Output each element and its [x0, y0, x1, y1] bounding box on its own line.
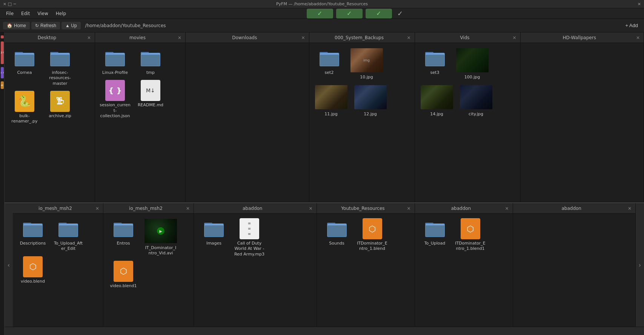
up-button[interactable]: ▲ Up	[61, 22, 81, 29]
list-item[interactable]: 100.jpg	[453, 46, 491, 81]
list-item[interactable]: tmp	[134, 46, 168, 77]
panel-close-io-mesh-1[interactable]: ×	[95, 206, 100, 211]
side-strip: Do ne g	[0, 32, 5, 335]
list-item[interactable]: 🗜 archive.zip	[43, 89, 77, 126]
checkmark-btn-4[interactable]: ✓	[395, 9, 405, 18]
file-name: video.blend	[21, 279, 45, 284]
svg-rect-19	[320, 55, 339, 66]
panel-desktop: Desktop × Cornea infosec-resource	[5, 32, 95, 202]
list-item[interactable]: ⬡ video.blend1	[106, 259, 140, 290]
svg-rect-31	[59, 225, 78, 237]
home-icon: 🏠	[7, 23, 12, 28]
list-item[interactable]: set2	[312, 46, 346, 81]
blend-file-icon: ⬡	[22, 256, 43, 277]
file-name: Call of Duty World At War - Red Army.mp3	[234, 241, 265, 257]
py-file-icon: 🐍	[14, 91, 35, 112]
list-item[interactable]: set3	[418, 46, 452, 81]
right-arrow[interactable]: ›	[636, 203, 644, 327]
folder-icon	[140, 47, 161, 69]
list-item[interactable]: 14.jpg	[418, 83, 456, 118]
panel-header-movies: movies ×	[95, 32, 185, 43]
menu-bar: File Edit View Help ✓ ✓ ✓ ✓	[0, 8, 644, 19]
left-arrow[interactable]: ‹	[5, 203, 13, 327]
window-controls-left[interactable]: × □ −	[3, 2, 17, 6]
panel-hd-wallpapers: HD-Wallpapers ×	[521, 32, 644, 202]
checkmark-btn-1[interactable]: ✓	[307, 9, 333, 18]
list-item[interactable]: 🐍 bulk-renamer_.py	[8, 89, 41, 126]
list-item[interactable]: img 10.jpg	[348, 46, 386, 81]
list-item[interactable]: ▶ IT_Dominator_Intro_Vid.avi	[142, 217, 180, 258]
toolbar: 🏠 Home ↻ Refresh ▲ Up /home/abaddon/Yout…	[0, 19, 644, 32]
list-item[interactable]: 11.jpg	[312, 83, 350, 118]
menu-edit[interactable]: Edit	[18, 10, 33, 17]
file-name: 10.jpg	[360, 75, 373, 80]
panel-title-000-system-backups: 000_System_Backups	[312, 35, 406, 40]
file-name: session_current-collection.json	[100, 102, 131, 119]
panel-close-abaddon-1[interactable]: ×	[308, 206, 313, 211]
refresh-icon: ↻	[35, 23, 39, 28]
menu-help[interactable]: Help	[53, 10, 69, 17]
menu-view[interactable]: View	[34, 10, 51, 17]
file-name: Cornea	[17, 70, 32, 75]
panel-close-desktop[interactable]: ×	[86, 35, 92, 40]
panel-header-vids: Vids ×	[415, 32, 520, 43]
panel-close-movies[interactable]: ×	[177, 35, 182, 40]
file-name: Sounds	[329, 241, 344, 246]
list-item[interactable]: ⬡ video.blend	[16, 255, 50, 286]
panel-content-abaddon-3	[513, 214, 636, 327]
checkmark-btn-3[interactable]: ✓	[366, 9, 392, 18]
list-item[interactable]: ⬡ ITDominator_Entro_1.blend	[355, 217, 389, 253]
checkmark-btn-2[interactable]: ✓	[336, 9, 363, 18]
panel-title-hd-wallpapers: HD-Wallpapers	[524, 35, 635, 40]
list-item[interactable]: To_Upload_After_Edit	[51, 217, 85, 253]
file-name: To_Upload_After_Edit	[53, 241, 84, 252]
panel-close-abaddon-3[interactable]: ×	[627, 206, 632, 211]
menu-file[interactable]: File	[3, 10, 17, 17]
img-file-icon	[354, 84, 387, 110]
file-name: ITDominator_Entro_1.blend	[357, 241, 388, 252]
strip-indicator	[1, 35, 4, 38]
list-item[interactable]: Entros	[106, 217, 140, 258]
panel-title-io-mesh-2: io_mesh_msh2	[106, 206, 185, 211]
file-name: Images	[206, 241, 221, 246]
list-item[interactable]: Descriptions	[16, 217, 50, 253]
panel-close-abaddon-2[interactable]: ×	[504, 206, 509, 211]
folder-icon	[113, 218, 134, 239]
list-item[interactable]: city.jpg	[457, 83, 495, 118]
refresh-button[interactable]: ↻ Refresh	[31, 22, 60, 29]
list-item[interactable]: Cornea	[8, 46, 41, 88]
panel-close-vids[interactable]: ×	[512, 35, 517, 40]
add-button[interactable]: + Add	[622, 21, 641, 29]
list-item[interactable]: Linux-Profile	[98, 46, 132, 77]
panel-title-movies: movies	[98, 35, 177, 40]
svg-rect-7	[51, 55, 69, 66]
home-button[interactable]: 🏠 Home	[3, 22, 30, 29]
panel-header-000-system-backups: 000_System_Backups ×	[309, 32, 415, 43]
panel-000-system-backups: 000_System_Backups × set2 img	[309, 32, 415, 202]
panel-header-hd-wallpapers: HD-Wallpapers ×	[521, 32, 644, 43]
panel-close-youtube-resources[interactable]: ×	[406, 206, 411, 211]
list-item[interactable]: 12.jpg	[352, 83, 389, 118]
panel-close-hd-wallpapers[interactable]: ×	[635, 35, 641, 40]
img-file-icon	[455, 47, 489, 73]
list-item[interactable]: infosec-resources-master	[43, 46, 77, 88]
svg-rect-23	[426, 55, 444, 66]
list-item[interactable]: ≡≡≡ Call of Duty World At War - Red Army…	[232, 217, 266, 259]
list-item[interactable]: ⬡ ITDominator_Entro_1.blend1	[453, 217, 487, 253]
window-close[interactable]: ×	[638, 2, 641, 6]
list-item[interactable]: M↓ README.md	[134, 78, 168, 120]
folder-icon	[326, 218, 347, 239]
folder-icon	[319, 47, 340, 69]
panel-close-000-system-backups[interactable]: ×	[406, 35, 411, 40]
panel-content-abaddon-2: To_Upload ⬡ ITDominator_Entro_1.blend1	[415, 214, 513, 327]
list-item[interactable]: Sounds	[320, 217, 354, 253]
panel-close-downloads[interactable]: ×	[300, 35, 306, 40]
file-name: ITDominator_Entro_1.blend1	[455, 241, 486, 252]
panel-close-io-mesh-2[interactable]: ×	[185, 206, 191, 211]
file-name: 100.jpg	[464, 75, 480, 80]
list-item[interactable]: { } session_current-collection.json	[98, 78, 132, 120]
svg-rect-43	[327, 225, 346, 237]
panel-header-io-mesh-2: io_mesh_msh2 ×	[103, 203, 194, 214]
list-item[interactable]: To_Upload	[418, 217, 452, 253]
list-item[interactable]: Images	[197, 217, 231, 259]
